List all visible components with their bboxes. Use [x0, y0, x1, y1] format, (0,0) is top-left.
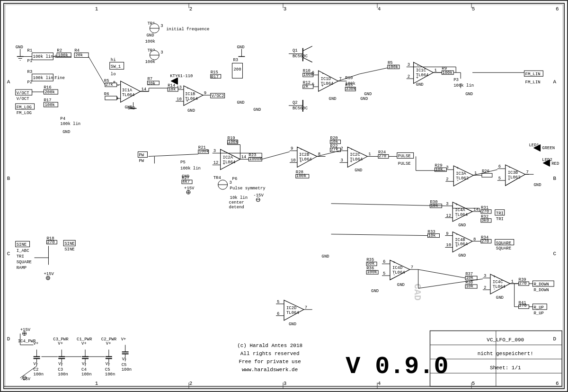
svg-text:R16: R16 [44, 85, 51, 90]
svg-text:FM_LOG: FM_LOG [17, 111, 32, 116]
svg-text:270: 270 [481, 209, 489, 214]
svg-text:IC2B: IC2B [299, 152, 310, 157]
svg-text:Q1: Q1 [293, 48, 298, 53]
svg-text:100k lin: 100k lin [453, 83, 474, 88]
svg-text:270: 270 [519, 281, 527, 286]
svg-text:RAMP: RAMP [17, 266, 27, 270]
svg-text:+: + [493, 275, 496, 279]
svg-text:10k lin: 10k lin [230, 196, 248, 200]
svg-text:10: 10 [177, 97, 182, 102]
svg-text:10k: 10k [435, 167, 443, 172]
svg-text:100n: 100n [58, 372, 68, 377]
svg-text:3: 3 [484, 274, 486, 278]
svg-text:PULSE: PULSE [398, 154, 411, 159]
svg-text:GND: GND [237, 100, 244, 105]
svg-text:RED: RED [551, 161, 559, 166]
svg-text:R_UP: R_UP [533, 305, 543, 310]
svg-text:V/OCT: V/OCT [17, 97, 29, 101]
svg-text:5: 5 [498, 176, 501, 181]
svg-text:200k: 200k [44, 90, 54, 95]
svg-text:+: + [508, 178, 510, 182]
svg-text:TR4: TR4 [213, 176, 221, 180]
svg-text:6: 6 [498, 164, 501, 169]
svg-text:14: 14 [473, 207, 479, 212]
svg-text:7: 7 [411, 265, 413, 270]
svg-text:IC2C: IC2C [350, 152, 360, 157]
svg-text:C3_PWR: C3_PWR [53, 337, 69, 342]
svg-text:C2: C2 [34, 367, 39, 372]
svg-text:SW_1: SW_1 [111, 64, 121, 69]
svg-text:C3: C3 [58, 367, 63, 372]
svg-text:V-: V- [82, 362, 87, 366]
svg-text:V+: V+ [81, 341, 87, 346]
svg-text:P1: P1 [27, 59, 33, 63]
svg-text:100n: 100n [81, 372, 91, 377]
svg-text:initial frequence: initial frequence [166, 27, 209, 32]
svg-text:P4: P4 [60, 116, 65, 121]
svg-text:+15V: +15V [184, 186, 195, 191]
svg-text:FM_LIN: FM_LIN [525, 72, 541, 77]
svg-text:GND: GND [329, 97, 337, 101]
svg-text:100k: 100k [145, 60, 155, 64]
svg-text:IC3A: IC3A [456, 171, 466, 176]
svg-text:8: 8 [473, 237, 476, 242]
svg-text:Sheet: 1/1: Sheet: 1/1 [490, 365, 521, 371]
svg-text:+: + [393, 260, 395, 265]
svg-text:C1_PWR: C1_PWR [77, 337, 92, 342]
svg-text:6: 6 [277, 312, 279, 316]
schematic-container: 1 2 3 4 5 6 1 2 3 4 5 6 A B C D A B C D [0, 0, 568, 392]
svg-text:9: 9 [291, 146, 293, 151]
svg-text:I_ABC: I_ABC [17, 249, 29, 253]
svg-text:5: 5 [472, 6, 475, 12]
svg-text:-: - [117, 83, 119, 88]
svg-text:IC3B: IC3B [508, 170, 518, 175]
svg-text:P2: P2 [27, 80, 33, 85]
svg-text:GND: GND [533, 183, 541, 187]
svg-text:6: 6 [556, 6, 559, 12]
svg-text:GND: GND [237, 45, 244, 50]
svg-text:GND: GND [360, 97, 368, 101]
svg-text:4: 4 [378, 381, 381, 386]
svg-text:SQUARE: SQUARE [496, 241, 511, 246]
svg-text:GND: GND [322, 254, 329, 259]
svg-text:12: 12 [213, 160, 219, 165]
svg-text:10: 10 [446, 243, 451, 248]
svg-rect-290 [482, 173, 492, 177]
svg-text:IC4B: IC4B [455, 238, 465, 242]
svg-text:5: 5 [383, 271, 385, 276]
svg-text:GND: GND [465, 92, 473, 97]
svg-text:3: 3 [284, 381, 287, 386]
svg-text:7: 7 [305, 305, 307, 310]
svg-text:P6: P6 [232, 177, 238, 181]
svg-text:All rights reserved: All rights reserved [240, 351, 300, 356]
svg-text:GND: GND [62, 130, 70, 134]
svg-text:100k lin: 100k lin [33, 76, 53, 80]
svg-text:330k: 330k [346, 87, 355, 91]
svg-text:C5: C5 [105, 367, 110, 372]
svg-text:-: - [455, 232, 458, 237]
svg-text:SINE: SINE [64, 247, 74, 252]
svg-text:www.haraldswerk.de: www.haraldswerk.de [242, 367, 298, 373]
svg-text:3: 3 [213, 149, 216, 153]
svg-text:center: center [229, 200, 244, 205]
svg-text:-: - [186, 86, 189, 91]
svg-text:3: 3 [340, 158, 343, 163]
svg-text:SINE: SINE [17, 242, 27, 247]
svg-text:A: A [7, 79, 10, 85]
svg-text:100k: 100k [303, 72, 313, 77]
svg-text:100k lin: 100k lin [60, 122, 80, 126]
svg-text:IC2D: IC2D [286, 306, 296, 311]
svg-text:GND: GND [289, 322, 296, 327]
svg-text:3: 3 [160, 24, 163, 28]
svg-text:100k: 100k [296, 174, 306, 178]
svg-text:200: 200 [234, 67, 241, 72]
svg-text:R17: R17 [44, 98, 51, 103]
svg-text:+: + [350, 160, 352, 164]
svg-text:V-: V- [122, 357, 127, 362]
svg-text:3: 3 [446, 202, 448, 206]
svg-text:+: + [455, 244, 458, 249]
svg-text:+15V: +15V [20, 328, 31, 332]
svg-text:14: 14 [241, 155, 246, 160]
svg-text:R15: R15 [211, 70, 218, 75]
svg-text:IC1A: IC1A [122, 88, 133, 93]
